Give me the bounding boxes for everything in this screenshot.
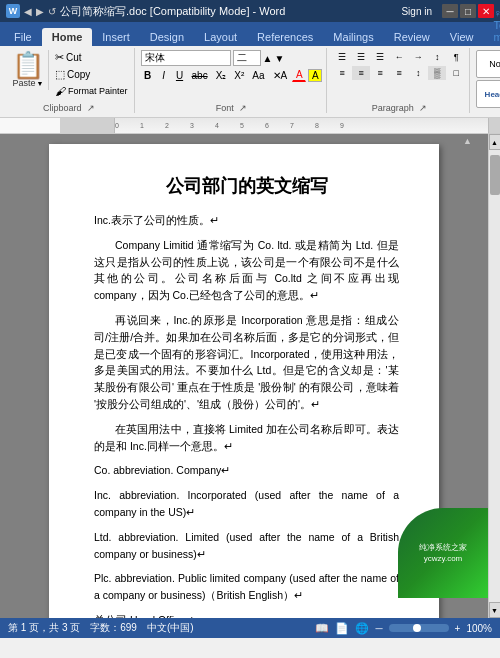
nav-forward[interactable]: ▶ bbox=[36, 6, 44, 17]
increase-indent-button[interactable]: → bbox=[409, 50, 427, 64]
paste-label: Paste bbox=[13, 78, 36, 88]
doc-container[interactable]: ▲ 公司部门的英文缩写 Inc.表示了公司的性质。↵ Company Limit… bbox=[0, 134, 488, 618]
zoom-slider[interactable] bbox=[389, 624, 449, 632]
clipboard-group-label: Clipboard ↗ bbox=[43, 103, 95, 113]
tab-design[interactable]: Design bbox=[140, 28, 194, 46]
font-size-value: 二 bbox=[237, 51, 247, 65]
paragraph-group-label: Paragraph ↗ bbox=[372, 103, 427, 113]
copy-button[interactable]: ⬚ Copy bbox=[53, 67, 130, 82]
paste-dropdown-icon[interactable]: ▼ bbox=[37, 80, 44, 87]
line-spacing-button[interactable]: ↕ bbox=[409, 66, 427, 80]
para-row-1: ☰ ☰ ☰ ← → ↕ ¶ bbox=[333, 50, 465, 64]
font-group: 宋体 二 ▲ ▼ B I U abc X₂ X² Aa ✕A bbox=[137, 48, 328, 113]
tab-home[interactable]: Home bbox=[42, 28, 93, 46]
cut-icon: ✂ bbox=[55, 51, 64, 64]
para-5: Co. abbreviation. Company↵ bbox=[94, 462, 399, 479]
styles-container: Normal No Spacing Heading 1 Heading 2 bbox=[476, 50, 500, 108]
signin-link[interactable]: Sign in bbox=[401, 6, 432, 17]
styles-group-content: Normal No Spacing Heading 1 Heading 2 ▲ … bbox=[476, 48, 500, 113]
ruler-right bbox=[488, 118, 500, 133]
font-name-value: 宋体 bbox=[145, 51, 165, 65]
tab-review[interactable]: Review bbox=[384, 28, 440, 46]
decrease-indent-button[interactable]: ← bbox=[390, 50, 408, 64]
ruler-left-margin bbox=[60, 118, 115, 133]
view-layout-icon[interactable]: 📄 bbox=[335, 622, 349, 635]
window-title: 公司简称缩写.doc [Compatibility Mode] - Word bbox=[60, 4, 285, 19]
align-center-button[interactable]: ≡ bbox=[352, 66, 370, 80]
scroll-track[interactable] bbox=[489, 150, 501, 602]
font-grow-icon[interactable]: ▲ bbox=[263, 53, 273, 64]
scroll-up-button[interactable]: ▲ bbox=[489, 134, 501, 150]
multilevel-button[interactable]: ☰ bbox=[371, 50, 389, 64]
align-right-button[interactable]: ≡ bbox=[371, 66, 389, 80]
style-heading1[interactable]: Heading 1 bbox=[476, 80, 500, 108]
tab-layout[interactable]: Layout bbox=[194, 28, 247, 46]
page-count: 第 1 页，共 3 页 bbox=[8, 621, 80, 635]
tab-file[interactable]: File bbox=[4, 28, 42, 46]
italic-button[interactable]: I bbox=[157, 69, 171, 82]
tab-insert[interactable]: Insert bbox=[92, 28, 140, 46]
font-color-button[interactable]: A bbox=[292, 68, 306, 82]
maximize-button[interactable]: □ bbox=[460, 4, 476, 18]
scroll-down-button[interactable]: ▼ bbox=[489, 602, 501, 618]
change-case-button[interactable]: Aa bbox=[249, 69, 267, 82]
tab-view[interactable]: View bbox=[440, 28, 484, 46]
watermark-line1: 纯净系统之家 bbox=[419, 542, 467, 553]
tab-mailings[interactable]: Mailings bbox=[323, 28, 383, 46]
paste-button[interactable]: 📋 Paste ▼ bbox=[8, 50, 49, 90]
subscript-button[interactable]: X₂ bbox=[213, 69, 230, 82]
zoom-level[interactable]: 100% bbox=[466, 623, 492, 634]
cut-button[interactable]: ✂ Cut bbox=[53, 50, 130, 65]
zoom-plus[interactable]: + bbox=[455, 623, 461, 634]
zoom-thumb bbox=[413, 624, 421, 632]
content-area: ▲ 公司部门的英文缩写 Inc.表示了公司的性质。↵ Company Limit… bbox=[0, 134, 500, 618]
ruler-mark-9: 9 bbox=[340, 122, 344, 129]
view-read-icon[interactable]: 📖 bbox=[315, 622, 329, 635]
nav-reload[interactable]: ↺ bbox=[48, 6, 56, 17]
language[interactable]: 中文(中国) bbox=[147, 621, 194, 635]
clear-format-button[interactable]: ✕A bbox=[270, 69, 291, 82]
para-8: Plc. abbreviation. Public limited compan… bbox=[94, 570, 399, 604]
window-controls: Sign in ─ □ ✕ bbox=[401, 4, 494, 18]
shading-button[interactable]: ▒ bbox=[428, 66, 446, 80]
bold-button[interactable]: B bbox=[141, 69, 155, 82]
font-name-box[interactable]: 宋体 bbox=[141, 50, 231, 66]
minimize-button[interactable]: ─ bbox=[442, 4, 458, 18]
numbering-button[interactable]: ☰ bbox=[352, 50, 370, 64]
ribbon-tabs: File Home Insert Design Layout Reference… bbox=[0, 22, 500, 46]
ribbon: File Home Insert Design Layout Reference… bbox=[0, 22, 500, 118]
underline-button[interactable]: U bbox=[173, 69, 187, 82]
styles-group: Normal No Spacing Heading 1 Heading 2 ▲ … bbox=[472, 48, 500, 113]
highlight-button[interactable]: A bbox=[308, 69, 322, 82]
tab-references[interactable]: References bbox=[247, 28, 323, 46]
borders-button[interactable]: □ bbox=[447, 66, 465, 80]
align-left-button[interactable]: ≡ bbox=[333, 66, 351, 80]
status-bar: 第 1 页，共 3 页 字数：699 中文(中国) 📖 📄 🌐 ─ + 100% bbox=[0, 618, 500, 638]
v-scrollbar: ▲ ▼ bbox=[488, 134, 500, 618]
format-painter-button[interactable]: 🖌 Format Painter bbox=[53, 84, 130, 98]
ruler-mark-7: 7 bbox=[290, 122, 294, 129]
doc-page[interactable]: 公司部门的英文缩写 Inc.表示了公司的性质。↵ Company Limitid… bbox=[49, 144, 439, 618]
show-marks-button[interactable]: ¶ bbox=[447, 50, 465, 64]
para-7: Ltd. abbreviation. Limited (used after t… bbox=[94, 529, 399, 563]
bullets-button[interactable]: ☰ bbox=[333, 50, 351, 64]
nav-back[interactable]: ◀ bbox=[24, 6, 32, 17]
paste-icon: 📋 bbox=[12, 52, 44, 78]
style-normal[interactable]: Normal bbox=[476, 50, 500, 78]
superscript-button[interactable]: X² bbox=[231, 69, 247, 82]
title-bar-left: W ◀ ▶ ↺ 公司简称缩写.doc [Compatibility Mode] … bbox=[6, 4, 285, 19]
font-shrink-icon[interactable]: ▼ bbox=[274, 53, 284, 64]
copy-label: Copy bbox=[67, 69, 90, 80]
font-size-box[interactable]: 二 bbox=[233, 50, 261, 66]
justify-button[interactable]: ≡ bbox=[390, 66, 408, 80]
doc-title: 公司部门的英文缩写 bbox=[94, 174, 399, 198]
strikethrough-button[interactable]: abc bbox=[189, 69, 211, 82]
scroll-thumb[interactable] bbox=[490, 155, 500, 195]
ruler-mark-5: 5 bbox=[240, 122, 244, 129]
zoom-minus[interactable]: ─ bbox=[375, 623, 382, 634]
tab-tellme[interactable]: ♀ Tell me... bbox=[483, 4, 500, 46]
format-painter-label: Format Painter bbox=[68, 86, 128, 96]
sort-button[interactable]: ↕ bbox=[428, 50, 446, 64]
view-web-icon[interactable]: 🌐 bbox=[355, 622, 369, 635]
font-group-label: Font ↗ bbox=[216, 103, 247, 113]
